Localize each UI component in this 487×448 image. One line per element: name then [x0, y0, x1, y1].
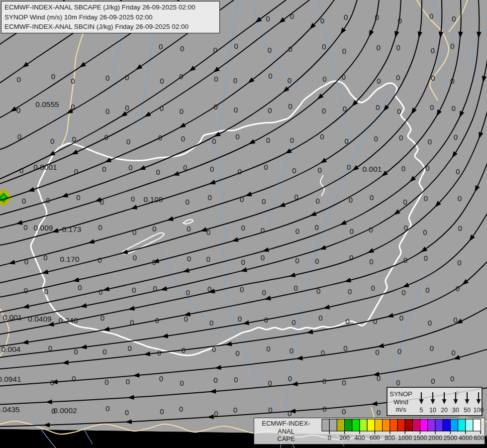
station-zero-value: 0 [348, 287, 352, 296]
station-zero-value: 0 [125, 104, 129, 112]
station-zero-value: 0 [458, 224, 462, 232]
station-zero-value: 0 [157, 348, 161, 357]
station-zero-value: 0 [290, 12, 294, 20]
station-zero-value: 0 [186, 288, 190, 297]
station-zero-value: 0 [288, 409, 292, 418]
station-zero-value: 0 [288, 374, 292, 383]
station-zero-value: 0 [458, 194, 462, 203]
station-zero-value: 0 [343, 105, 347, 113]
station-zero-value: 0 [212, 137, 216, 145]
station-zero-value: 0 [126, 137, 130, 146]
station-zero-value: 0 [377, 77, 381, 85]
wind-arrow-icon [477, 399, 481, 404]
station-zero-value: 0 [213, 46, 217, 54]
station-zero-value: 0 [44, 287, 48, 296]
station-zero-value: 0 [76, 193, 80, 202]
station-zero-value: 0 [451, 348, 455, 357]
station-zero-value: 0 [430, 103, 434, 112]
station-zero-value: 0 [399, 133, 403, 142]
cape-color-cell [428, 419, 435, 431]
cape-legend-source: ECMWF-INDEX-ANAL [255, 420, 317, 435]
station-zero-value: 0 [288, 76, 292, 85]
cape-legend-param: CAPE [255, 435, 317, 443]
station-zero-value: 0 [450, 42, 454, 50]
station-zero-value: 0 [375, 348, 379, 356]
cape-tick-label: 4000 [459, 435, 473, 442]
wind-arrow-icon [465, 399, 470, 404]
station-zero-value: 0 [396, 378, 400, 387]
station-zero-value: 0 [158, 133, 162, 142]
station-zero-value: 0 [369, 257, 373, 266]
station-zero-value: 0 [97, 256, 101, 264]
station-index-value: 0.0002 [53, 406, 77, 415]
station-index-value: 0.001 [363, 165, 382, 173]
cape-color-cell [367, 419, 375, 431]
station-zero-value: 0 [182, 346, 186, 354]
station-zero-value: 0 [179, 72, 183, 81]
wind-legend-box: SYNOP Wind m/s 510203050100 [387, 387, 483, 416]
station-zero-value: 0 [262, 288, 266, 297]
station-zero-value: 0 [74, 347, 78, 356]
weather-map-stage: 000000000000000000000000000000000000000.… [0, 0, 487, 448]
cape-tick-label: 2000 [428, 435, 442, 442]
wind-arrow-scale: 510203050100 [413, 389, 484, 415]
station-zero-value: 0 [207, 285, 211, 293]
station-index-value: 0.004 [1, 345, 21, 353]
station-zero-value: 0 [23, 223, 27, 231]
cape-tick-label: 600 [370, 435, 380, 442]
station-zero-value: 0 [431, 46, 435, 55]
cape-color-cell [466, 419, 473, 431]
station-zero-value: 0 [288, 45, 292, 53]
station-zero-value: 0 [187, 224, 191, 233]
station-zero-value: 0 [430, 344, 434, 352]
station-zero-value: 0 [261, 226, 265, 234]
wind-speed-tick: 100 [474, 407, 484, 414]
station-zero-value: 0 [102, 347, 106, 356]
station-zero-value: 0 [24, 286, 28, 295]
station-zero-value: 0 [180, 107, 184, 115]
title-line-sbcin: ECMWF-INDEX-ANAL SBCIN (J/kg) Friday 26-… [4, 22, 216, 32]
cape-color-cell [450, 419, 458, 431]
cape-color-cell [345, 419, 352, 431]
station-zero-value: 0 [316, 197, 320, 205]
station-zero-value: 0 [125, 73, 129, 82]
station-zero-value: 0 [233, 76, 237, 85]
station-zero-value: 0 [369, 225, 373, 234]
cape-color-cell [383, 419, 390, 431]
station-zero-value: 0 [132, 228, 136, 236]
cape-tick-label: 1500 [413, 435, 427, 442]
station-zero-value: 0 [100, 314, 104, 322]
station-zero-value: 0 [100, 198, 104, 206]
cape-color-cell [329, 419, 337, 431]
station-zero-value: 0 [16, 106, 20, 114]
wind-speed-tick: 5 [420, 407, 423, 414]
station-zero-value: 0 [153, 284, 157, 293]
station-zero-value: 0 [98, 288, 102, 296]
station-zero-value: 0 [234, 42, 238, 50]
map-canvas: 000000000000000000000000000000000000000.… [0, 0, 487, 448]
station-zero-value: 0 [320, 16, 324, 25]
station-zero-value: 0 [160, 104, 164, 112]
station-zero-value: 0 [344, 13, 348, 21]
station-zero-value: 0 [159, 42, 163, 51]
station-zero-value: 0 [264, 163, 268, 171]
wind-speed-tick: 30 [452, 407, 459, 414]
station-zero-value: 0 [51, 72, 55, 81]
station-zero-value: 0 [261, 253, 265, 262]
cape-color-cell [420, 419, 428, 431]
station-zero-value: 0 [268, 379, 272, 387]
title-box: ECMWF-INDEX-ANAL SBCAPE (J/kg) Friday 26… [1, 1, 220, 33]
station-zero-value: 0 [344, 137, 348, 145]
station-zero-value: 0 [316, 287, 320, 295]
station-zero-value: 0 [342, 73, 346, 81]
wind-arrow-icon [454, 399, 458, 404]
station-index-value: 0.0555 [35, 100, 59, 109]
cape-legend-labels: ECMWF-INDEX-ANAL CAPE J/kg [255, 420, 317, 448]
station-zero-value: 0 [431, 74, 435, 82]
station-zero-value: 0 [342, 47, 346, 55]
station-zero-value: 0 [24, 257, 28, 266]
station-zero-value: 0 [240, 195, 244, 204]
station-zero-value: 0 [322, 107, 326, 115]
station-zero-value: 0 [343, 344, 347, 352]
wind-arrow-icon [442, 399, 447, 404]
